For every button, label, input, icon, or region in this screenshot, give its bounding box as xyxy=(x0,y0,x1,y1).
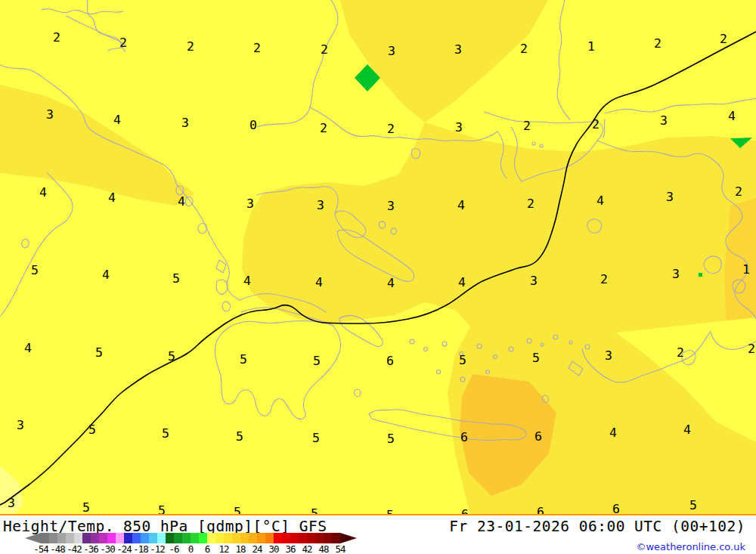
temperature-label: 2 xyxy=(592,119,600,132)
temperature-label: 2 xyxy=(523,120,531,133)
temperature-label: 5 xyxy=(162,428,169,441)
colorbar-segment xyxy=(49,533,57,543)
temperature-label: 2 xyxy=(735,186,742,199)
temperature-label: 3 xyxy=(317,200,324,212)
temperature-label: 4 xyxy=(24,342,32,355)
temperature-label: 2 xyxy=(600,274,608,286)
temperature-label: 2 xyxy=(119,37,127,50)
temperature-label: 5 xyxy=(168,351,175,364)
colorbar-segment xyxy=(265,533,274,543)
temperature-label: 2 xyxy=(748,343,755,356)
temperature-label: 5 xyxy=(313,355,321,368)
temperature-label: 2 xyxy=(320,122,327,135)
temperature-label: 5 xyxy=(172,273,180,286)
temperature-label: 2 xyxy=(53,32,60,45)
colorbar-segment xyxy=(249,533,257,543)
temperature-label: 5 xyxy=(387,433,395,446)
colorbar-segment xyxy=(116,533,124,543)
temperature-label: 4 xyxy=(113,114,121,127)
temperature-label: 4 xyxy=(108,192,116,205)
temperature-label: 4 xyxy=(178,196,185,209)
temperature-label: 6 xyxy=(386,355,394,368)
temperature-label: 4 xyxy=(683,424,691,437)
colorbar-segment xyxy=(224,533,232,543)
colorbar-right-arrow-icon xyxy=(340,533,357,543)
temperature-label: 4 xyxy=(387,277,395,290)
colorbar-segment xyxy=(99,533,107,543)
temperature-label: 3 xyxy=(387,200,395,213)
temperature-label: 3 xyxy=(8,497,15,510)
temperature-label: 2 xyxy=(654,38,662,51)
colorbar-segment xyxy=(182,533,191,543)
colorbar-segment xyxy=(290,533,299,543)
colorbar-segment xyxy=(74,533,82,543)
temperature-label: 4 xyxy=(728,110,736,123)
temperature-label: 6 xyxy=(460,432,468,444)
temperature-label: 4 xyxy=(102,269,110,282)
temperature-label: 4 xyxy=(315,277,323,289)
temperature-label: 5 xyxy=(236,431,243,444)
temperature-label: 3 xyxy=(666,191,674,204)
temperature-label: 3 xyxy=(672,268,680,281)
temperature-label: 3 xyxy=(17,419,24,432)
map-graphics xyxy=(0,0,756,515)
colorbar-segment xyxy=(57,533,66,543)
colorbar-segment xyxy=(207,533,215,543)
temperature-label: 3 xyxy=(605,350,612,363)
temperature-label: 4 xyxy=(243,275,251,288)
temperature-label: 4 xyxy=(457,200,465,212)
colorbar-segment xyxy=(332,533,340,543)
colorbar-segment xyxy=(132,533,141,543)
temperature-label: 2 xyxy=(387,123,395,136)
temperature-label: 5 xyxy=(88,424,96,437)
temperature-label: 3 xyxy=(388,45,395,58)
colorbar-segment xyxy=(315,533,324,543)
temperature-label: 5 xyxy=(240,354,247,367)
temperature-label: 0 xyxy=(249,119,257,132)
colorbar-segment xyxy=(274,533,282,543)
temperature-label: 5 xyxy=(31,265,39,277)
temperature-label: 5 xyxy=(82,502,90,515)
temperature-label: 2 xyxy=(253,42,261,55)
temperature-label: 4 xyxy=(609,427,617,440)
temperature-label: 2 xyxy=(677,347,684,360)
colorbar-segment xyxy=(41,533,49,543)
colorbar-segment xyxy=(174,533,182,543)
temperature-label: 4 xyxy=(596,195,604,208)
colorbar-segment xyxy=(82,533,91,543)
colorbar-segment xyxy=(124,533,132,543)
temperature-label: 3 xyxy=(455,122,463,135)
colorbar-segment xyxy=(166,533,174,543)
temperature-label: 6 xyxy=(534,431,542,444)
colorbar-segment xyxy=(324,533,332,543)
colorbar-segment xyxy=(232,533,240,543)
colorbar-segment xyxy=(141,533,149,543)
colorbar-segment xyxy=(199,533,207,543)
temperature-label: 2 xyxy=(321,44,328,57)
colorbar-segment xyxy=(299,533,307,543)
temperature-label: 3 xyxy=(181,117,189,130)
map-canvas: 2222233212234302232234444333424325454444… xyxy=(0,0,756,515)
forecast-datetime: Fr 23-01-2026 06:00 UTC (00+102) xyxy=(449,518,745,535)
colorbar-segment xyxy=(66,533,74,543)
colorbar-segment xyxy=(282,533,290,543)
colorbar-left-arrow-icon xyxy=(25,533,41,543)
colorbar-segment xyxy=(91,533,99,543)
colorbar-segment xyxy=(157,533,166,543)
temperature-label: 3 xyxy=(530,275,538,288)
colorbar-segment xyxy=(107,533,116,543)
temperature-label: 3 xyxy=(454,44,462,57)
colorbar-segment xyxy=(240,533,249,543)
temperature-label: 2 xyxy=(527,198,534,211)
temperature-colorbar xyxy=(25,533,357,543)
temperature-label: 2 xyxy=(520,43,528,56)
temperature-label: 3 xyxy=(660,115,668,128)
colorbar-segment xyxy=(149,533,157,543)
colorbar-tick-label: 54 xyxy=(325,543,355,554)
temperature-label: 2 xyxy=(187,41,194,54)
colorbar-segment xyxy=(215,533,224,543)
green-dot-marker xyxy=(699,273,702,277)
copyright-link[interactable]: ©weatheronline.co.uk xyxy=(636,541,745,552)
footer-bar: Height/Temp. 850 hPa [gdmp][°C] GFS Fr 2… xyxy=(0,515,756,554)
temperature-label: 2 xyxy=(720,33,727,46)
